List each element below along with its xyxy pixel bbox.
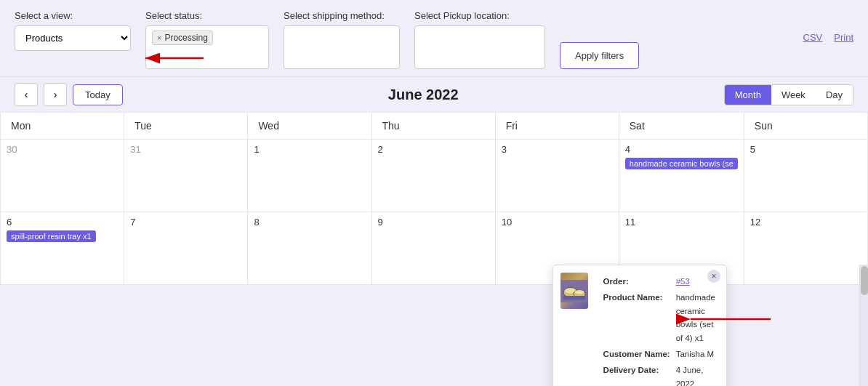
calendar-row: 30311234handmade ceramic bowls (se5 [1,140,868,212]
day-number: 6 [7,217,118,228]
calendar-grid: MonTueWedThuFriSatSun 30311234handmade c… [0,112,868,285]
calendar-cell: 6spill-proof resin tray x1 [1,212,124,285]
print-link[interactable]: Print [834,32,853,43]
next-button[interactable]: › [44,83,67,106]
customer-label: Customer Name: [601,347,672,361]
week-view-button[interactable]: Week [771,85,816,105]
svg-point-6 [574,289,584,294]
product-label: Product Name: [601,290,672,345]
select-shipping-group: Select shipping method: [284,10,400,69]
today-button[interactable]: Today [73,84,123,105]
select-pickup-group: Select Pickup location: [414,10,545,69]
remove-processing-icon[interactable]: × [157,33,161,42]
scrollbar-thumb[interactable] [861,266,868,295]
bowl-icon [560,275,588,307]
prev-button[interactable]: ‹ [15,83,38,106]
calendar-row: 6spill-proof resin tray x1789101112 [1,212,868,285]
calendar-title: June 2022 [129,87,718,103]
day-number: 8 [254,217,365,228]
apply-filters-button[interactable]: Apply filters [560,42,639,69]
day-number: 1 [254,144,365,155]
calendar-event[interactable]: handmade ceramic bowls (se [625,158,738,169]
calendar-cell: 1 [248,140,371,212]
calendar-cell: 2 [371,140,495,212]
processing-tag[interactable]: × Processing [152,31,213,45]
calendar-cell: 7 [124,212,248,285]
day-number: 4 [625,144,738,155]
csv-link[interactable]: CSV [803,32,823,43]
processing-label: Processing [164,33,207,43]
day-number: 5 [750,144,861,155]
weekday-header-mon: Mon [1,113,124,140]
view-toggle: Month Week Day [724,84,853,105]
status-input-box[interactable]: × Processing [145,25,269,69]
delivery-label: Delivery Date: [601,363,672,386]
popup-info-table: Order: #53 Product Name: handmade cerami… [600,273,719,386]
popup-close-button[interactable]: × [707,270,720,283]
calendar-cell: 4handmade ceramic bowls (se [619,140,744,212]
calendar-cell: 3 [495,140,619,212]
select-status-label: Select status: [145,10,269,21]
order-label: Order: [601,274,672,289]
customer-value: Tanisha M [674,347,718,361]
weekday-header-sat: Sat [619,113,744,140]
weekday-header-wed: Wed [248,113,371,140]
calendar-cell: 12 [744,212,867,285]
day-number: 31 [130,144,241,155]
select-view-group: Select a view: Products [15,10,131,51]
day-number: 12 [750,217,861,228]
scrollbar[interactable] [859,265,868,386]
select-status-group: Select status: × Processing [145,10,269,69]
product-value: handmade ceramic bowls (set of 4) x1 [674,290,718,345]
view-select[interactable]: Products [15,25,131,51]
calendar-event[interactable]: spill-proof resin tray x1 [7,230,96,242]
day-view-button[interactable]: Day [816,85,853,105]
calendar-cell: 5 [744,140,867,212]
delivery-value: 4 June, 2022 [674,363,718,386]
pickup-input-box[interactable] [414,25,545,69]
event-popup: × Order: [552,265,727,386]
day-number: 7 [130,217,241,228]
weekday-header-thu: Thu [371,113,495,140]
popup-product-image [560,273,588,309]
calendar-cell: 30 [1,140,124,212]
select-pickup-label: Select Pickup location: [414,10,545,21]
calendar-cell: 31 [124,140,248,212]
weekday-header-fri: Fri [495,113,619,140]
day-number: 3 [502,144,613,155]
weekday-header-sun: Sun [744,113,867,140]
month-view-button[interactable]: Month [725,85,771,105]
calendar-cell: 8 [248,212,371,285]
shipping-input-box[interactable] [284,25,400,69]
day-number: 9 [378,217,489,228]
day-number: 10 [502,217,613,228]
select-shipping-label: Select shipping method: [284,10,400,21]
select-view-label: Select a view: [15,10,131,21]
day-number: 11 [625,217,738,228]
day-number: 2 [378,144,489,155]
svg-rect-7 [563,295,585,299]
calendar-cell: 9 [371,212,495,285]
day-number: 30 [7,144,118,155]
weekday-header-tue: Tue [124,113,248,140]
